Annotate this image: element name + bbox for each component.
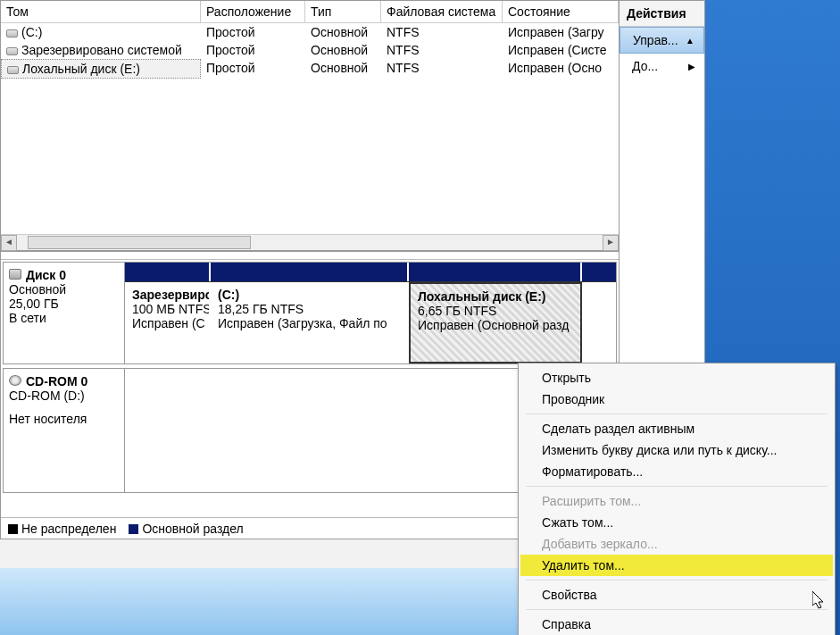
legend-unallocated: Не распределен (21, 522, 116, 536)
cdrom-icon (9, 375, 21, 386)
volume-row[interactable]: (C:)ПростойОсновнойNTFSИсправен (Загру (1, 23, 619, 41)
partition[interactable]: Зарезервиро100 МБ NTFSИсправен (С (125, 282, 211, 363)
cdrom-status: Нет носителя (9, 412, 119, 426)
scroll-left-button[interactable]: ◄ (1, 235, 17, 251)
disk-icon (9, 269, 21, 280)
volume-columns-header[interactable]: Том Расположение Тип Файловая система Со… (1, 1, 619, 23)
context-menu-item[interactable]: Удалить том... (520, 555, 833, 576)
scroll-right-button[interactable]: ► (603, 235, 619, 251)
col-header-location[interactable]: Расположение (201, 1, 305, 22)
context-menu-item[interactable]: Сжать том... (520, 512, 833, 533)
context-menu-item: Добавить зеркало... (520, 533, 833, 555)
drive-icon (7, 66, 19, 74)
context-menu-item[interactable]: Свойства (520, 584, 833, 606)
col-header-volume[interactable]: Том (1, 1, 201, 22)
partition[interactable]: Лохальный диск (E:)6,65 ГБ NTFSИсправен … (409, 282, 582, 363)
disk-row[interactable]: Диск 0Основной25,00 ГБВ сетиЗарезервиро1… (3, 262, 617, 364)
context-menu-item[interactable]: Форматировать... (520, 461, 833, 482)
col-header-filesystem[interactable]: Файловая система (381, 1, 503, 22)
volume-list-scrollbar[interactable]: ◄ ► (1, 234, 619, 250)
volume-row[interactable]: Зарезервировано системойПростойОсновнойN… (1, 41, 619, 59)
col-header-type[interactable]: Тип (305, 1, 381, 22)
svg-marker-0 (812, 591, 823, 608)
context-menu-item[interactable]: Сделать раздел активным (520, 418, 833, 439)
volume-row[interactable]: Лохальный диск (E:)ПростойОсновнойNTFSИс… (1, 59, 619, 79)
drive-icon (6, 29, 18, 38)
scroll-thumb[interactable] (28, 236, 251, 249)
legend-swatch-unallocated (8, 524, 18, 534)
context-menu-item: Расширить том... (520, 490, 833, 512)
context-menu-item[interactable]: Проводник (520, 389, 833, 410)
actions-item[interactable]: До...▶ (620, 54, 704, 79)
context-menu-item[interactable]: Открыть (520, 367, 833, 389)
drive-icon (6, 47, 18, 55)
context-menu-item[interactable]: Изменить букву диска или путь к диску... (520, 439, 833, 461)
cdrom-drive: CD-ROM (D:) (9, 389, 119, 403)
volume-context-menu[interactable]: ОткрытьПроводникСделать раздел активнымИ… (518, 363, 836, 635)
volume-list-pane: Том Расположение Тип Файловая система Со… (1, 1, 619, 251)
context-menu-item[interactable]: Справка (520, 614, 833, 635)
actions-header: Действия (620, 1, 704, 27)
col-header-state[interactable]: Состояние (503, 1, 619, 22)
mouse-cursor (812, 591, 828, 611)
partition[interactable]: (C:)18,25 ГБ NTFSИсправен (Загрузка, Фай… (211, 282, 409, 363)
pane-splitter[interactable] (1, 251, 619, 260)
legend-primary: Основной раздел (142, 522, 243, 536)
cdrom-name: CD-ROM 0 (26, 374, 87, 389)
actions-item[interactable]: Управ...▲ (620, 27, 704, 54)
legend-swatch-primary (129, 524, 138, 534)
